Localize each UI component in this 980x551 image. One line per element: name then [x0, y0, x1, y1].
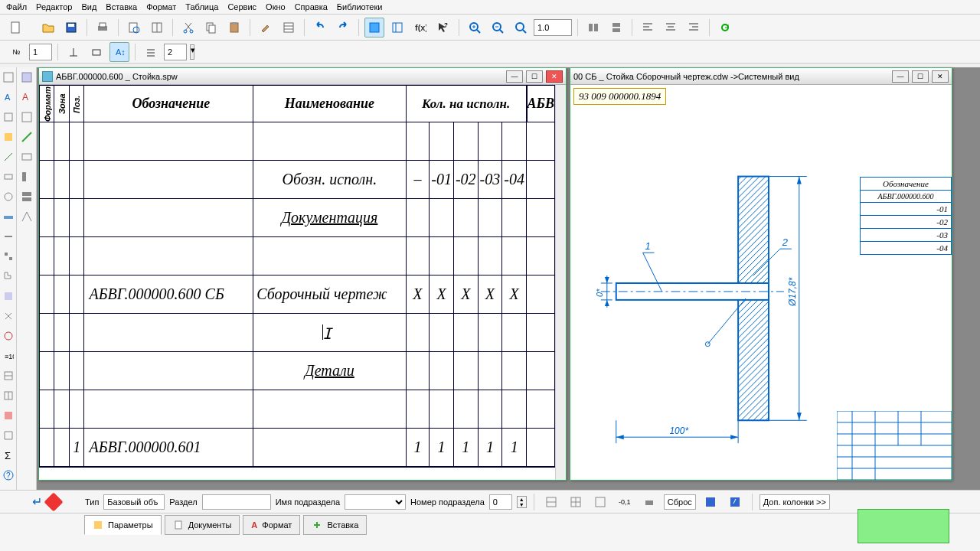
p2-btn-1[interactable]	[17, 67, 37, 87]
row-part-pos[interactable]: 1	[69, 429, 83, 467]
palette-btn-14[interactable]	[0, 326, 17, 346]
drawing-titlebar[interactable]: 00 СБ _ Стойка Сборочный чертеж.cdw ->Си…	[570, 68, 952, 85]
spec-minimize-button[interactable]: —	[506, 70, 523, 83]
palette-btn-3[interactable]	[0, 107, 17, 127]
align-left-button[interactable]	[638, 18, 658, 37]
lines-button[interactable]	[141, 42, 161, 62]
reset-button[interactable]: Сброс	[664, 494, 696, 510]
spec-titlebar[interactable]: АБВГ.000000.600 _ Стойка.spw — ☐ ✕	[39, 68, 566, 85]
row-exec-name[interactable]: Обозн. исполн.	[253, 161, 406, 199]
mode2-button[interactable]	[387, 18, 407, 37]
palette-btn-9[interactable]	[0, 227, 17, 246]
p2-btn-3[interactable]	[17, 107, 37, 127]
grid4-button[interactable]	[639, 492, 659, 512]
zoom-combo[interactable]	[534, 19, 572, 36]
grid3-button[interactable]	[590, 492, 610, 512]
row-sb-name[interactable]: Сборочный чертеж	[253, 276, 406, 314]
palette-btn-7[interactable]	[0, 187, 17, 207]
back-arrow-icon[interactable]: ↵	[32, 494, 42, 509]
section-parts[interactable]: Детали	[253, 352, 406, 390]
menu-editor[interactable]: Редактор	[36, 2, 72, 11]
text-button[interactable]: A↕	[109, 42, 129, 62]
palette-btn-16[interactable]	[0, 366, 17, 386]
subsection-name-field[interactable]	[345, 494, 406, 510]
p2-btn-8[interactable]	[17, 207, 37, 227]
p2-btn-4[interactable]	[17, 127, 37, 147]
row-part-desig[interactable]: АБВГ.000000.601	[84, 429, 253, 467]
drawing-close-button[interactable]: ✕	[932, 70, 949, 83]
tab-params[interactable]: Параметры	[84, 515, 162, 535]
cell[interactable]: 1	[406, 429, 430, 467]
palette-btn-6[interactable]	[0, 167, 17, 187]
copy-button[interactable]	[201, 18, 221, 37]
palette-btn-1[interactable]	[0, 67, 17, 87]
properties-button[interactable]	[279, 18, 299, 37]
p2-btn-7[interactable]	[17, 187, 37, 207]
drawing-canvas[interactable]: 93 009 000000.1894 Ø17,8*	[570, 85, 952, 480]
cell[interactable]: Х	[502, 276, 527, 314]
palette-btn-19[interactable]	[0, 425, 17, 445]
spinner-down[interactable]: ▼	[518, 502, 526, 507]
save-button[interactable]	[61, 18, 81, 37]
align-right-button[interactable]	[684, 18, 704, 37]
paste-button[interactable]	[224, 18, 244, 37]
cell[interactable]: -03	[478, 161, 502, 199]
drawing-maximize-button[interactable]: ☐	[912, 70, 929, 83]
cell[interactable]: -01	[430, 161, 454, 199]
align1-button[interactable]	[583, 18, 603, 37]
cell[interactable]: Х	[406, 276, 430, 314]
menu-table[interactable]: Таблица	[185, 2, 218, 11]
cell[interactable]: Х	[430, 276, 454, 314]
refresh-button[interactable]	[715, 18, 735, 37]
help-cursor-button[interactable]: ?	[433, 18, 453, 37]
spec-scrollbar[interactable]	[555, 85, 566, 480]
menu-view[interactable]: Вид	[81, 2, 96, 11]
save3-button[interactable]	[725, 492, 745, 512]
num-field[interactable]	[29, 44, 52, 60]
tab-docs[interactable]: Документы	[165, 515, 240, 535]
fx-button[interactable]: f(x)	[410, 18, 430, 37]
menu-service[interactable]: Сервис	[227, 2, 256, 11]
new-button[interactable]	[6, 18, 26, 37]
stop-icon[interactable]	[44, 492, 63, 511]
preview-button[interactable]	[124, 18, 144, 37]
active-cell[interactable]: I	[253, 314, 406, 352]
p2-btn-6[interactable]	[17, 167, 37, 187]
palette-btn-15[interactable]: ≡10	[0, 346, 17, 366]
print-button[interactable]	[93, 18, 113, 37]
drawing-field[interactable]: 93 009 000000.1894	[573, 88, 666, 105]
perp-button[interactable]	[64, 42, 83, 62]
extra-cols-button[interactable]: Доп. колонки >>	[760, 494, 830, 510]
palette-btn-17[interactable]	[0, 386, 17, 406]
palette-btn-8[interactable]	[0, 207, 17, 227]
menu-file[interactable]: Файл	[6, 2, 27, 11]
cell[interactable]: 1	[478, 429, 502, 467]
cell[interactable]: 1	[430, 429, 454, 467]
row-sb-desig[interactable]: АБВГ.000000.600 СБ	[84, 276, 253, 314]
subsection-num-field[interactable]	[489, 494, 512, 510]
section-field[interactable]	[202, 494, 271, 510]
layout-button[interactable]	[147, 18, 167, 37]
spec-maximize-button[interactable]: ☐	[526, 70, 543, 83]
palette-btn-5[interactable]	[0, 147, 17, 167]
cell[interactable]: –	[406, 161, 430, 199]
palette-btn-2[interactable]: A	[0, 87, 17, 107]
cell[interactable]: Х	[478, 276, 502, 314]
menu-insert[interactable]: Вставка	[106, 2, 137, 11]
zoom-in-button[interactable]	[465, 18, 485, 37]
align-center-button[interactable]	[661, 18, 681, 37]
grid2-button[interactable]	[566, 492, 586, 512]
p2-btn-2[interactable]: A	[17, 87, 37, 107]
spinner-up[interactable]: ▲	[518, 497, 526, 502]
lines-field[interactable]	[164, 44, 187, 60]
neg01-button[interactable]: -0,1	[615, 492, 635, 512]
tab-insert[interactable]: Вставка	[303, 515, 367, 535]
menu-libs[interactable]: Библиотеки	[337, 2, 383, 11]
redo-button[interactable]	[333, 18, 353, 37]
type-field[interactable]	[103, 494, 165, 510]
cut-button[interactable]	[178, 18, 198, 37]
palette-btn-18[interactable]	[0, 406, 17, 425]
box-button[interactable]	[87, 42, 106, 62]
cell[interactable]: 1	[453, 429, 478, 467]
zoom-fit-button[interactable]	[511, 18, 531, 37]
